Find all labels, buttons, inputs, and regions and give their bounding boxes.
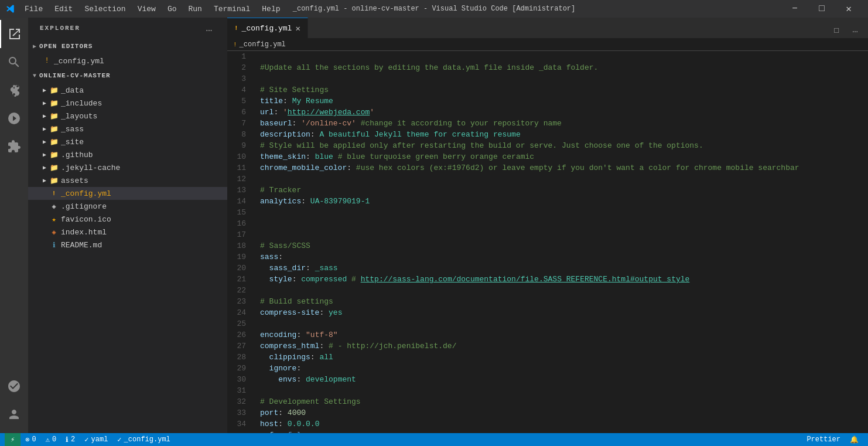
config-yml-dot-icon: ! bbox=[42, 56, 52, 66]
sidebar-menu-button[interactable]: … bbox=[203, 22, 216, 35]
tab-config-yml[interactable]: ! _config.yml ✕ bbox=[227, 18, 308, 38]
assets-chevron: ▶ bbox=[40, 177, 49, 184]
data-chevron: ▶ bbox=[40, 87, 49, 94]
split-editor-button[interactable]: ☐ bbox=[828, 22, 845, 38]
close-button[interactable]: ✕ bbox=[835, 0, 862, 18]
tree-item-data[interactable]: ▶ 📁 _data bbox=[28, 84, 227, 97]
includes-chevron: ▶ bbox=[40, 100, 49, 107]
menu-selection[interactable]: Selection bbox=[80, 4, 130, 15]
project-label: ONLINE-CV-MASTER bbox=[39, 72, 111, 79]
tree-item-favicon[interactable]: ★ favicon.ico bbox=[28, 213, 227, 226]
github-folder-icon: 📁 bbox=[49, 150, 59, 159]
open-editor-config-yml[interactable]: ! _config.yml bbox=[28, 55, 227, 67]
layouts-folder-label: _layouts bbox=[61, 112, 97, 121]
menu-file[interactable]: File bbox=[20, 4, 47, 15]
tab-close-button[interactable]: ✕ bbox=[295, 23, 300, 33]
readme-icon: ℹ bbox=[49, 240, 59, 250]
window-controls: − □ ✕ bbox=[781, 0, 862, 18]
breadcrumb-dot: ! bbox=[233, 41, 237, 48]
tree-item-gitignore[interactable]: ◈ .gitignore bbox=[28, 200, 227, 213]
index-chevron bbox=[40, 229, 49, 236]
status-notifications[interactable]: 🔔 bbox=[845, 433, 863, 446]
activity-run-debug[interactable] bbox=[0, 104, 28, 132]
line-numbers: 1 2 3 4 5 6 7 8 9 10 11 12 13 14 15 16 1… bbox=[227, 51, 251, 433]
status-warnings[interactable]: ⚠ 0 bbox=[41, 433, 61, 446]
activity-extensions[interactable] bbox=[0, 132, 28, 161]
tab-label: _config.yml bbox=[242, 24, 292, 33]
editor-area: ! _config.yml ✕ ☐ … ! _config.yml 1 2 3 … bbox=[227, 18, 868, 433]
open-editor-config-yml-label: _config.yml bbox=[54, 57, 104, 66]
project-section[interactable]: ▼ ONLINE-CV-MASTER bbox=[28, 67, 227, 84]
activity-search[interactable] bbox=[0, 48, 28, 76]
activity-source-control[interactable] bbox=[0, 76, 28, 104]
error-count: 0 bbox=[32, 435, 36, 444]
open-editors-section[interactable]: ▶ OPEN EDITORS bbox=[28, 38, 227, 55]
status-config[interactable]: ✓ _config.yml bbox=[112, 433, 175, 446]
tree-item-includes[interactable]: ▶ 📁 _includes bbox=[28, 97, 227, 110]
warning-count: 0 bbox=[52, 435, 56, 444]
prettier-label: Prettier bbox=[807, 435, 840, 444]
tree-item-config-yml[interactable]: ! _config.yml bbox=[28, 187, 227, 200]
assets-folder-icon: 📁 bbox=[49, 176, 59, 185]
site-folder-icon: 📁 bbox=[49, 137, 59, 147]
gitignore-chevron bbox=[40, 203, 49, 210]
tree-item-site[interactable]: ▶ 📁 _site bbox=[28, 135, 227, 148]
activity-bottom bbox=[0, 372, 28, 428]
tree-item-github[interactable]: ▶ 📁 .github bbox=[28, 148, 227, 161]
tab-dot-icon: ! bbox=[234, 25, 238, 32]
title-bar-left: File Edit Selection View Go Run Terminal… bbox=[6, 4, 285, 15]
maximize-button[interactable]: □ bbox=[808, 0, 835, 18]
tree-item-layouts[interactable]: ▶ 📁 _layouts bbox=[28, 110, 227, 122]
activity-account[interactable] bbox=[0, 400, 28, 428]
status-remote[interactable]: ⚡ bbox=[5, 433, 20, 446]
status-yaml[interactable]: ✓ yaml bbox=[80, 433, 112, 446]
debug-icon bbox=[7, 111, 21, 125]
menu-go[interactable]: Go bbox=[163, 4, 182, 15]
status-errors[interactable]: ⊗ 0 bbox=[20, 433, 40, 446]
tree-item-assets[interactable]: ▶ 📁 assets bbox=[28, 174, 227, 187]
readme-chevron bbox=[40, 242, 49, 248]
gitignore-label: .gitignore bbox=[61, 202, 107, 211]
tree-item-jekyll-cache[interactable]: ▶ 📁 .jekyll-cache bbox=[28, 161, 227, 174]
error-icon: ⊗ bbox=[25, 435, 29, 444]
tab-bar: ! _config.yml ✕ ☐ … bbox=[227, 18, 868, 38]
status-info[interactable]: ℹ 2 bbox=[61, 433, 80, 446]
menu-view[interactable]: View bbox=[133, 4, 160, 15]
sass-chevron: ▶ bbox=[40, 125, 49, 132]
tab-bar-right: ☐ … bbox=[828, 22, 868, 38]
site-folder-label: _site bbox=[61, 138, 84, 147]
tree-item-index[interactable]: ◈ index.html bbox=[28, 226, 227, 239]
extensions-icon bbox=[7, 139, 21, 154]
tree-item-sass[interactable]: ▶ 📁 _sass bbox=[28, 122, 227, 135]
account-icon bbox=[7, 407, 21, 421]
menu-terminal[interactable]: Terminal bbox=[209, 4, 255, 15]
vscode-icon bbox=[6, 4, 15, 13]
code-content[interactable]: #Update all the sections by editing the … bbox=[251, 51, 868, 433]
menu-run[interactable]: Run bbox=[183, 4, 206, 15]
index-label: index.html bbox=[61, 228, 107, 237]
status-prettier[interactable]: Prettier bbox=[802, 433, 845, 446]
favicon-icon: ★ bbox=[49, 215, 59, 224]
remote-icon bbox=[7, 379, 21, 393]
activity-remote[interactable] bbox=[0, 372, 28, 400]
data-folder-label: _data bbox=[61, 86, 84, 95]
tab-bar-more-button[interactable]: … bbox=[847, 22, 863, 38]
menu-edit[interactable]: Edit bbox=[50, 4, 77, 15]
favicon-chevron bbox=[40, 216, 49, 223]
site-chevron: ▶ bbox=[40, 138, 49, 145]
layouts-folder-icon: 📁 bbox=[49, 111, 59, 121]
activity-bar bbox=[0, 18, 28, 433]
gitignore-icon: ◈ bbox=[49, 202, 59, 211]
code-editor[interactable]: 1 2 3 4 5 6 7 8 9 10 11 12 13 14 15 16 1… bbox=[227, 51, 868, 433]
yaml-check-icon: ✓ bbox=[84, 435, 88, 444]
sidebar: EXPLORER … ▶ OPEN EDITORS ! _config.yml … bbox=[28, 18, 227, 433]
index-icon: ◈ bbox=[49, 227, 59, 237]
minimize-button[interactable]: − bbox=[781, 0, 808, 18]
config-check-icon: ✓ bbox=[117, 435, 121, 444]
menu-help[interactable]: Help bbox=[257, 4, 285, 15]
config-yml-tree-label: _config.yml bbox=[61, 189, 111, 198]
tree-item-readme[interactable]: ℹ README.md bbox=[28, 239, 227, 251]
activity-explorer[interactable] bbox=[0, 20, 28, 48]
config-yml-tree-chevron bbox=[40, 190, 49, 197]
breadcrumb: ! _config.yml bbox=[227, 38, 868, 51]
